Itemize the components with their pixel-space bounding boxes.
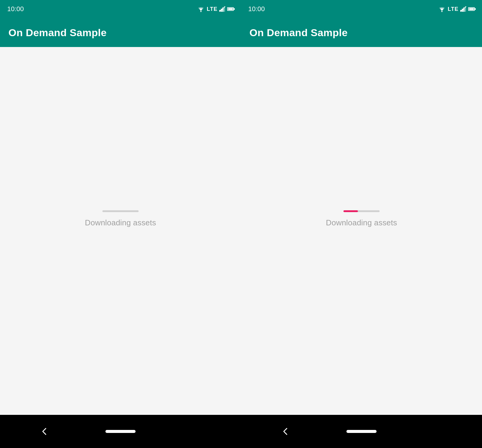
bottom-nav-right xyxy=(241,415,482,448)
loading-container-left: Downloading assets xyxy=(85,210,156,227)
bottom-nav-left xyxy=(0,415,241,448)
back-button-right[interactable] xyxy=(281,427,290,436)
progress-bar-left xyxy=(102,210,139,212)
lte-label-left: LTE xyxy=(207,6,218,12)
status-bar-right: 10:00 LTE xyxy=(241,0,482,18)
main-content-left: Downloading assets xyxy=(0,47,241,415)
signal-icons-left: LTE xyxy=(197,6,234,12)
signal-icon-right xyxy=(460,6,466,12)
status-time-right: 10:00 xyxy=(248,5,265,13)
loading-container-right: Downloading assets xyxy=(326,210,397,227)
progress-bar-right xyxy=(343,210,380,212)
lte-label-right: LTE xyxy=(448,6,459,12)
battery-icon-right xyxy=(468,7,475,11)
loading-text-left: Downloading assets xyxy=(85,218,156,227)
loading-text-right: Downloading assets xyxy=(326,218,397,227)
svg-point-6 xyxy=(441,11,443,12)
status-bar-left: 10:00 LTE xyxy=(0,0,241,18)
svg-point-0 xyxy=(200,11,202,12)
wifi-icon-left xyxy=(197,6,205,12)
home-pill-left[interactable] xyxy=(105,430,136,433)
wifi-icon-right xyxy=(438,6,446,12)
home-pill-right[interactable] xyxy=(346,430,377,433)
main-content-right: Downloading assets xyxy=(241,47,482,415)
app-bar-left: On Demand Sample xyxy=(0,18,241,47)
app-bar-title-right: On Demand Sample xyxy=(249,27,348,39)
app-bar-title-left: On Demand Sample xyxy=(8,27,107,39)
app-bar-right: On Demand Sample xyxy=(241,18,482,47)
back-button-left[interactable] xyxy=(40,427,49,436)
signal-icon-left xyxy=(219,6,225,12)
phone-screen-left: 10:00 LTE xyxy=(0,0,241,448)
progress-fill-right xyxy=(343,210,358,212)
phone-screen-right: 10:00 LTE xyxy=(241,0,482,448)
signal-icons-right: LTE xyxy=(438,6,475,12)
status-time-left: 10:00 xyxy=(7,5,24,13)
battery-icon-left xyxy=(227,7,234,11)
